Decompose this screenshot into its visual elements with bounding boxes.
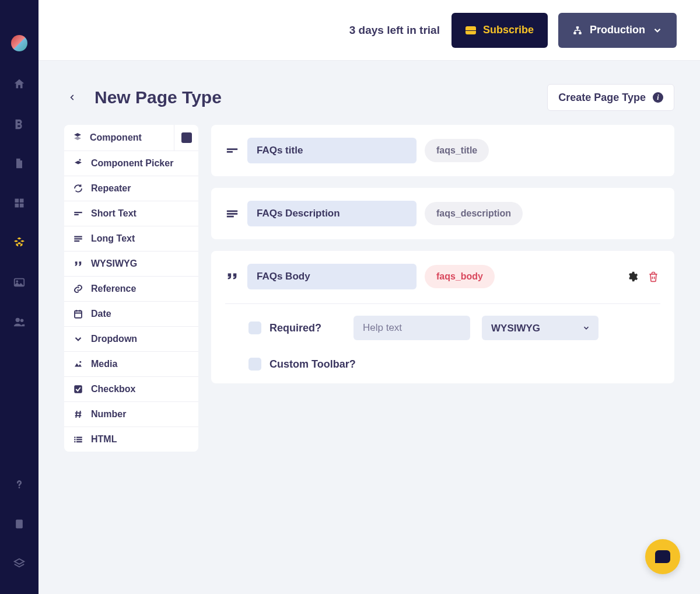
layers-plus-icon xyxy=(72,158,84,169)
layers-icon[interactable] xyxy=(12,557,26,571)
palette-dropdown[interactable]: Dropdown xyxy=(64,327,198,352)
svg-rect-33 xyxy=(227,213,237,215)
palette-component-picker[interactable]: Component Picker xyxy=(64,151,198,176)
blog-icon[interactable] xyxy=(12,117,26,131)
svg-rect-1 xyxy=(20,199,24,203)
field-card: faqs_title xyxy=(211,125,674,176)
document-icon[interactable] xyxy=(12,156,26,170)
grid-icon[interactable] xyxy=(12,196,26,210)
svg-rect-23 xyxy=(74,385,82,393)
custom-toolbar-checkbox[interactable]: Custom Toolbar? xyxy=(249,358,356,371)
svg-rect-27 xyxy=(76,439,82,440)
svg-point-7 xyxy=(20,319,24,323)
palette-label: Media xyxy=(91,359,117,369)
field-label-input[interactable] xyxy=(247,264,416,289)
left-nav xyxy=(0,0,38,594)
palette-library-button[interactable] xyxy=(174,125,198,151)
quote-icon xyxy=(225,270,239,284)
palette-media[interactable]: Media xyxy=(64,352,198,377)
field-card-active: faqs_body xyxy=(211,251,674,383)
svg-point-6 xyxy=(16,318,20,322)
palette-label: HTML xyxy=(91,434,117,445)
topbar: 3 days left in trial Subscribe Productio… xyxy=(38,0,700,61)
book-icon[interactable] xyxy=(12,517,26,531)
create-label: Create Page Type xyxy=(558,92,646,104)
palette-label: Long Text xyxy=(91,233,135,244)
palette-reference[interactable]: Reference xyxy=(64,277,198,302)
palette-repeater[interactable]: Repeater xyxy=(64,176,198,201)
home-icon[interactable] xyxy=(12,77,26,91)
hash-icon xyxy=(72,408,84,420)
palette-component[interactable]: Component xyxy=(64,125,174,151)
long-text-icon xyxy=(225,207,239,221)
palette-wysiwyg[interactable]: WYSIWYG xyxy=(64,251,198,277)
chat-icon xyxy=(655,550,670,563)
svg-rect-2 xyxy=(15,204,19,208)
palette-label: Reference xyxy=(91,284,136,294)
field-type-palette: Component Component Picker R xyxy=(64,125,198,452)
media-icon xyxy=(72,358,84,370)
palette-component-label: Component xyxy=(90,132,142,143)
chevron-down-icon xyxy=(652,25,663,36)
svg-rect-17 xyxy=(74,214,79,215)
svg-point-5 xyxy=(16,280,19,282)
svg-rect-28 xyxy=(74,441,75,442)
trial-text: 3 days left in trial xyxy=(349,24,440,37)
checkbox-icon xyxy=(249,358,261,371)
help-icon[interactable] xyxy=(12,477,26,491)
svg-marker-9 xyxy=(15,559,24,564)
svg-rect-0 xyxy=(15,199,19,203)
chat-fab[interactable] xyxy=(645,539,680,574)
palette-label: Number xyxy=(91,409,126,420)
required-checkbox[interactable]: Required? xyxy=(249,322,342,334)
back-button[interactable] xyxy=(64,89,80,106)
chevron-down-icon xyxy=(72,333,84,345)
palette-checkbox[interactable]: Checkbox xyxy=(64,377,198,402)
library-icon xyxy=(181,132,192,143)
create-page-type-button[interactable]: Create Page Type i xyxy=(547,84,674,111)
environment-label: Production xyxy=(590,24,645,36)
palette-number[interactable]: Number xyxy=(64,402,198,427)
palette-long-text[interactable]: Long Text xyxy=(64,226,198,251)
palette-html[interactable]: HTML xyxy=(64,427,198,452)
field-label-input[interactable] xyxy=(247,138,416,163)
svg-rect-10 xyxy=(576,26,579,29)
environment-button[interactable]: Production xyxy=(558,13,677,48)
palette-label: Date xyxy=(91,309,111,319)
subscribe-label: Subscribe xyxy=(483,24,534,36)
field-slug: faqs_body xyxy=(425,265,495,288)
palette-label: Repeater xyxy=(91,183,131,194)
svg-marker-13 xyxy=(74,133,81,137)
svg-rect-20 xyxy=(74,240,79,242)
palette-date[interactable]: Date xyxy=(64,302,198,327)
users-icon[interactable] xyxy=(12,315,26,329)
field-type-select[interactable]: WYSIWYG xyxy=(482,316,598,340)
blocks-icon[interactable] xyxy=(12,236,26,250)
custom-toolbar-label: Custom Toolbar? xyxy=(270,358,356,371)
palette-label: Component Picker xyxy=(91,158,173,169)
palette-short-text[interactable]: Short Text xyxy=(64,201,198,226)
subscribe-button[interactable]: Subscribe xyxy=(452,13,548,48)
help-text-input[interactable] xyxy=(354,316,470,340)
svg-point-22 xyxy=(79,361,81,363)
field-settings-button[interactable] xyxy=(625,270,639,284)
image-icon[interactable] xyxy=(12,275,26,289)
quote-icon xyxy=(72,258,84,270)
svg-rect-12 xyxy=(579,32,582,34)
layers-icon xyxy=(72,131,83,144)
avatar[interactable] xyxy=(11,35,27,51)
list-icon xyxy=(72,434,84,445)
palette-label: WYSIWYG xyxy=(91,258,137,269)
calendar-icon xyxy=(72,308,84,320)
field-delete-button[interactable] xyxy=(646,270,660,284)
svg-rect-30 xyxy=(227,148,237,150)
field-label-input[interactable] xyxy=(247,201,416,226)
field-card: faqs_description xyxy=(211,188,674,239)
svg-marker-15 xyxy=(75,161,82,165)
svg-rect-32 xyxy=(227,211,237,212)
page-header: New Page Type Create Page Type i xyxy=(38,61,700,125)
svg-rect-34 xyxy=(227,216,234,218)
page-title: New Page Type xyxy=(94,88,222,107)
info-icon: i xyxy=(653,92,663,103)
trash-icon xyxy=(648,271,659,282)
